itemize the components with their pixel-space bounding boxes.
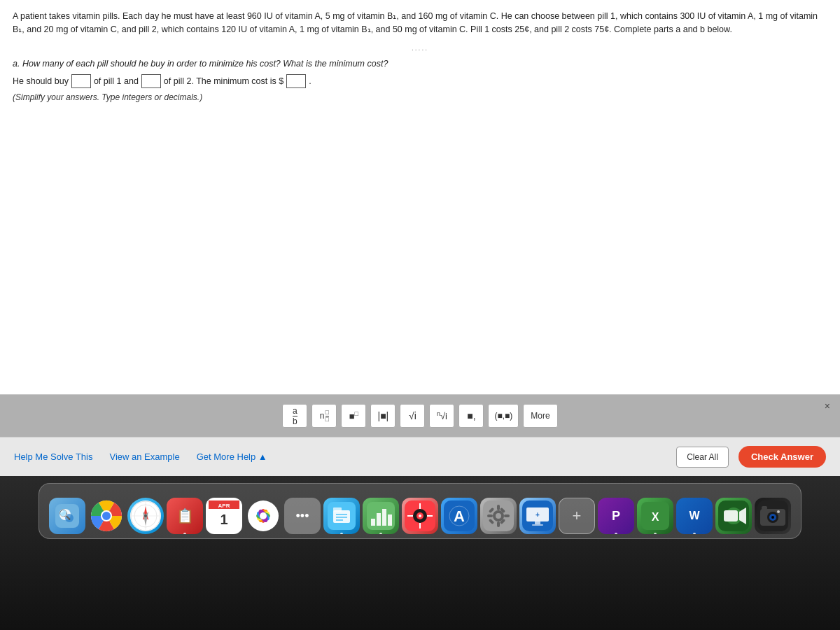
period: .: [309, 76, 311, 86]
red-icon-content: 📋: [176, 507, 194, 524]
more-button[interactable]: More: [523, 404, 557, 428]
svg-text:X: X: [652, 511, 659, 523]
nth-root-icon: n√i: [437, 410, 447, 421]
of-pill2-label: of pill 2. The minimum cost is $: [164, 76, 284, 86]
dock-icon-system-prefs[interactable]: [480, 498, 517, 534]
decimal-button[interactable]: ■,: [458, 404, 484, 428]
fraction-button[interactable]: a b: [282, 404, 307, 428]
svg-text:A: A: [454, 507, 465, 525]
interval-button[interactable]: (■,■): [488, 404, 519, 428]
svg-point-15: [144, 514, 147, 517]
problem-text: A patient takes vitamin pills. Each day …: [13, 10, 827, 37]
dock-icon-files[interactable]: [323, 498, 360, 534]
dock-icon-w[interactable]: W: [676, 498, 713, 534]
clear-all-button[interactable]: Clear All: [676, 447, 729, 468]
svg-text:+: +: [536, 511, 540, 519]
svg-rect-39: [388, 514, 392, 526]
mixed-number-button[interactable]: n □ □: [312, 404, 337, 428]
dock-icon-calendar[interactable]: APR 1: [206, 498, 242, 534]
dock-icon-app-store[interactable]: A: [441, 498, 477, 534]
svg-rect-57: [504, 514, 510, 517]
svg-point-78: [777, 510, 780, 513]
dock-icon-dots[interactable]: •••: [284, 498, 321, 534]
action-links: Help Me Solve This View an Example Get M…: [14, 451, 267, 462]
dock-icon-music[interactable]: [402, 498, 438, 534]
svg-rect-56: [487, 514, 493, 517]
interval-icon: (■,■): [494, 411, 512, 421]
dock-area: 🔍: [0, 476, 840, 630]
svg-rect-37: [377, 513, 381, 526]
dock-icon-x[interactable]: X: [637, 498, 673, 534]
answer-prefix: He should buy: [13, 76, 69, 86]
dock-icon-chart[interactable]: [363, 498, 399, 534]
more-label: More: [531, 411, 550, 421]
svg-rect-71: [724, 510, 738, 522]
help-me-solve-link[interactable]: Help Me Solve This: [14, 451, 92, 462]
view-example-link[interactable]: View an Example: [109, 451, 179, 462]
dock-icon-plus[interactable]: +: [559, 498, 595, 534]
dock-icon-monitor[interactable]: +: [519, 498, 556, 534]
pill1-input[interactable]: [71, 74, 91, 88]
plus-icon-label: +: [573, 507, 582, 525]
part-a-label: a. How many of each pill should he buy i…: [13, 59, 827, 69]
w-label: W: [689, 510, 699, 522]
dock-icon-chrome[interactable]: [88, 498, 125, 534]
svg-rect-54: [497, 505, 500, 510]
svg-rect-36: [371, 519, 375, 526]
answer-line: He should buy of pill 1 and of pill 2. T…: [13, 74, 827, 88]
math-toolbar: × a b n □ □ ■□ |■|: [0, 395, 840, 437]
dock-icon-finder[interactable]: 🔍: [49, 498, 85, 534]
svg-text:🔍: 🔍: [59, 509, 71, 521]
svg-rect-30: [333, 510, 350, 523]
cost-input[interactable]: [286, 74, 306, 88]
action-bar: Help Me Solve This View an Example Get M…: [0, 437, 840, 476]
main-content: A patient takes vitamin pills. Each day …: [0, 0, 840, 476]
dock-icon-camera[interactable]: [755, 498, 791, 534]
sqrt-icon: √i: [409, 410, 416, 421]
svg-rect-64: [535, 522, 540, 524]
svg-point-53: [496, 513, 501, 519]
simplify-note: (Simplify your answers. Type integers or…: [13, 92, 827, 102]
svg-text:1: 1: [220, 512, 227, 527]
svg-rect-38: [382, 509, 386, 526]
check-answer-button[interactable]: Check Answer: [738, 446, 826, 468]
p-label: P: [612, 509, 620, 524]
decimal-icon: ■,: [467, 410, 475, 421]
of-pill1-label: of pill 1 and: [94, 76, 139, 86]
dock-icon-photos[interactable]: [245, 498, 281, 534]
dock-icon-red[interactable]: 📋: [167, 498, 203, 534]
get-more-help-link[interactable]: Get More Help ▲: [197, 451, 267, 462]
mixed-number-icon: n □ □: [320, 410, 329, 423]
svg-rect-31: [333, 507, 342, 512]
pill2-input[interactable]: [141, 74, 161, 88]
svg-point-43: [419, 514, 421, 517]
dock-icon-facetime[interactable]: [715, 498, 752, 534]
superscript-button[interactable]: ■□: [341, 404, 366, 428]
dock-icon-p[interactable]: P: [598, 498, 634, 534]
dock: 🔍: [38, 483, 802, 539]
svg-rect-55: [497, 522, 500, 527]
fraction-icon: a b: [293, 407, 298, 426]
nth-root-button[interactable]: n√i: [429, 404, 454, 428]
question-area: A patient takes vitamin pills. Each day …: [0, 0, 840, 395]
abs-icon: |■|: [378, 410, 389, 421]
close-icon[interactable]: ×: [825, 400, 830, 412]
absolute-value-button[interactable]: |■|: [370, 404, 396, 428]
divider: .....: [13, 44, 827, 52]
svg-rect-65: [532, 524, 543, 526]
svg-point-28: [260, 512, 267, 519]
dock-icon-safari[interactable]: [127, 498, 164, 534]
action-right: Clear All Check Answer: [676, 446, 826, 468]
svg-point-77: [771, 516, 774, 519]
superscript-icon: ■□: [349, 410, 358, 421]
dots-icon: •••: [296, 509, 309, 524]
svg-point-7: [102, 512, 111, 520]
sqrt-button[interactable]: √i: [400, 404, 425, 428]
svg-rect-79: [762, 506, 767, 510]
svg-text:APR: APR: [218, 503, 230, 509]
